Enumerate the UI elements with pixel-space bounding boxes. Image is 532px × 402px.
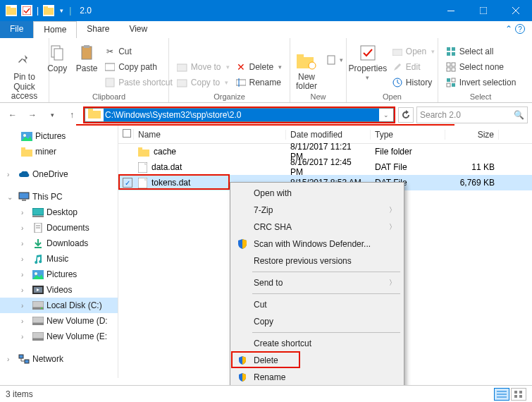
- refresh-button[interactable]: [398, 107, 414, 123]
- desktop-icon: [32, 207, 44, 218]
- address-input[interactable]: [104, 109, 379, 121]
- maximize-button[interactable]: [467, 0, 500, 21]
- delete-icon: ✕: [235, 61, 247, 73]
- nav-local-disk-c[interactable]: ›Local Disk (C:): [0, 298, 118, 313]
- tab-home[interactable]: Home: [33, 21, 77, 38]
- ctx-open-with[interactable]: Open with: [233, 185, 402, 202]
- tab-view[interactable]: View: [119, 21, 157, 38]
- edit-button[interactable]: Edit: [392, 60, 435, 74]
- music-icon: [32, 253, 44, 264]
- search-box[interactable]: Search 2.0🔍: [416, 106, 528, 123]
- chevron-down-icon: ⌄: [7, 193, 16, 201]
- nav-pictures[interactable]: Pictures: [0, 128, 118, 144]
- delete-button[interactable]: ✕Delete▾: [235, 60, 283, 74]
- ctx-copy[interactable]: Copy: [233, 313, 402, 330]
- forward-button[interactable]: →: [24, 106, 41, 123]
- svg-rect-33: [452, 78, 455, 82]
- ctx-7zip[interactable]: 7-Zip〉: [233, 202, 402, 219]
- copy-path-button[interactable]: Copy path: [104, 60, 173, 74]
- col-name[interactable]: Name: [134, 130, 286, 140]
- paste-button[interactable]: Paste: [72, 43, 101, 73]
- nav-pictures-sub[interactable]: ›Pictures: [0, 267, 118, 282]
- nav-desktop[interactable]: ›Desktop: [0, 205, 118, 220]
- details-view-button[interactable]: [494, 388, 509, 401]
- svg-rect-30: [447, 68, 450, 71]
- ctx-rename[interactable]: Rename: [233, 369, 402, 386]
- svg-rect-11: [105, 63, 115, 71]
- copy-to-button[interactable]: Copy to▾: [177, 75, 230, 90]
- svg-rect-41: [21, 147, 25, 150]
- qat-overflow-icon[interactable]: ▾: [58, 7, 63, 14]
- invert-selection-button[interactable]: Invert selection: [445, 75, 516, 90]
- drive-icon: [32, 315, 44, 327]
- nav-videos[interactable]: ›Videos: [0, 282, 118, 298]
- col-date[interactable]: Date modified: [286, 130, 371, 140]
- nav-network[interactable]: ›Network: [0, 351, 118, 367]
- nav-downloads[interactable]: ›Downloads: [0, 236, 118, 251]
- minimize-button[interactable]: [435, 0, 467, 21]
- open-icon: [392, 46, 403, 57]
- close-button[interactable]: [500, 0, 532, 21]
- nav-music[interactable]: ›Music: [0, 251, 118, 267]
- nav-this-pc[interactable]: ⌄This PC: [0, 189, 118, 205]
- up-button[interactable]: ↑: [63, 106, 80, 123]
- copy-button[interactable]: Copy: [42, 43, 72, 73]
- nav-miner[interactable]: miner: [0, 144, 118, 159]
- new-folder-button[interactable]: New folder: [290, 51, 323, 91]
- recent-locations-button[interactable]: ▾: [44, 106, 61, 123]
- file-row-data[interactable]: data.dat 8/16/2017 12:45 PM DAT File 11 …: [118, 159, 532, 175]
- ctx-create-shortcut[interactable]: Create shortcut: [233, 335, 402, 352]
- open-label: Open: [383, 92, 402, 101]
- ctx-cut[interactable]: Cut: [233, 296, 402, 313]
- back-button[interactable]: ←: [4, 106, 21, 123]
- svg-rect-8: [54, 49, 63, 60]
- svg-rect-42: [19, 193, 29, 199]
- address-dropdown-icon[interactable]: ⌄: [379, 111, 393, 118]
- select-none-button[interactable]: Select none: [445, 60, 516, 74]
- search-placeholder: Search 2.0: [420, 110, 461, 120]
- open-item-button[interactable]: Open▾: [392, 44, 435, 59]
- shield-icon: [237, 238, 248, 250]
- nav-onedrive[interactable]: ›OneDrive: [0, 166, 118, 182]
- rename-icon: [235, 77, 247, 88]
- ctx-restore-versions[interactable]: Restore previous versions: [233, 252, 402, 269]
- checkbox-checked-icon[interactable]: ✓: [123, 178, 132, 188]
- nav-new-volume-d[interactable]: ›New Volume (D:: [0, 313, 118, 329]
- svg-rect-29: [452, 63, 455, 66]
- address-bar[interactable]: ⌄: [85, 108, 394, 122]
- tab-file[interactable]: File: [0, 21, 33, 38]
- ctx-send-to[interactable]: Send to〉: [233, 274, 402, 291]
- col-type[interactable]: Type: [371, 130, 445, 140]
- history-button[interactable]: History: [392, 75, 435, 90]
- ctx-crc-sha[interactable]: CRC SHA〉: [233, 219, 402, 236]
- status-bar: 3 items: [0, 385, 532, 402]
- pin-to-quick-access-button[interactable]: Pin to Quick access: [4, 51, 45, 101]
- new-item-button[interactable]: ▾: [326, 53, 343, 67]
- move-to-button[interactable]: Move to▾: [177, 60, 230, 74]
- icons-view-button[interactable]: [511, 388, 526, 401]
- chevron-right-icon: 〉: [389, 205, 396, 215]
- ribbon-tabs: File Home Share View ⌃?: [0, 21, 532, 38]
- cut-button[interactable]: ✂Cut: [104, 44, 173, 59]
- svg-rect-14: [177, 80, 187, 87]
- rename-button[interactable]: Rename: [235, 75, 283, 90]
- uac-shield-icon: [237, 355, 248, 366]
- paste-shortcut-button[interactable]: Paste shortcut: [104, 75, 173, 90]
- navigation-pane[interactable]: Pictures miner ›OneDrive ⌄This PC ›Deskt…: [0, 126, 118, 378]
- folder-qat2-icon[interactable]: [43, 5, 54, 16]
- col-size[interactable]: Size: [445, 130, 499, 140]
- pictures-icon: [32, 269, 44, 280]
- svg-rect-13: [177, 64, 187, 71]
- nav-new-volume-e[interactable]: ›New Volume (E:: [0, 329, 118, 344]
- folder-icon: [138, 147, 149, 157]
- ribbon-help[interactable]: ⌃?: [498, 21, 532, 38]
- properties-button[interactable]: Properties▾: [347, 43, 389, 91]
- tab-share[interactable]: Share: [77, 21, 119, 38]
- folder-qat-icon[interactable]: [6, 5, 17, 16]
- properties-qat-icon[interactable]: [21, 5, 32, 16]
- nav-documents[interactable]: ›Documents: [0, 220, 118, 236]
- select-all-button[interactable]: Select all: [445, 44, 516, 59]
- help-icon: ?: [515, 24, 525, 34]
- ctx-scan-defender[interactable]: Scan with Windows Defender...: [233, 236, 402, 252]
- ctx-delete[interactable]: Delete: [233, 352, 402, 369]
